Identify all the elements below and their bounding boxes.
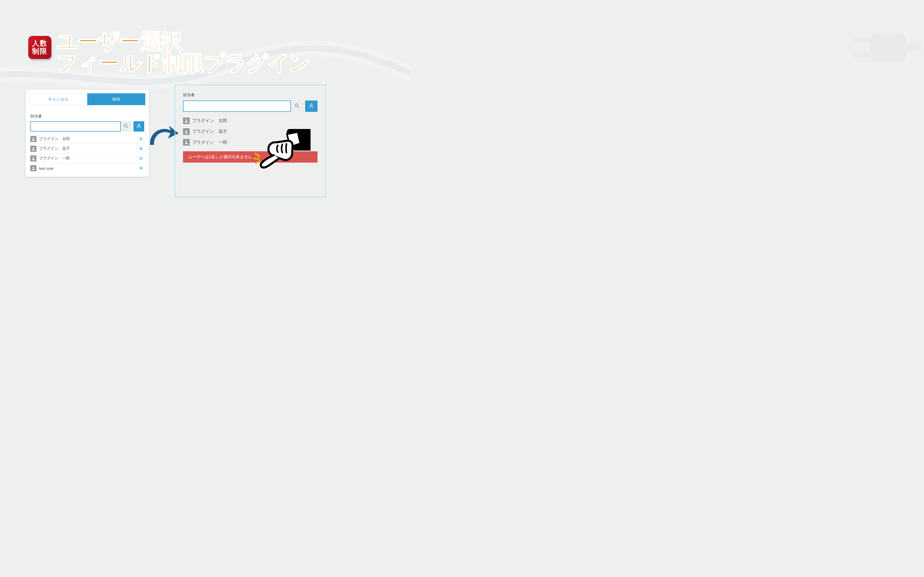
svg-point-11 <box>295 104 298 107</box>
button-row: キャンセル 保存 <box>26 93 149 109</box>
page-title-block: 人数 制限 ユーザー選択 フィールド制限プラグイン <box>28 31 310 74</box>
svg-point-6 <box>138 124 140 126</box>
svg-point-9 <box>32 157 34 158</box>
svg-rect-2 <box>853 52 873 58</box>
svg-point-16 <box>186 141 187 142</box>
search-icon <box>294 103 299 109</box>
search-icon <box>123 123 129 129</box>
remove-button[interactable]: ✕ <box>138 136 144 142</box>
svg-point-15 <box>186 130 187 131</box>
page-title: ユーザー選択 フィールド制限プラグイン <box>57 31 310 74</box>
user-picker-button-left[interactable] <box>134 121 144 132</box>
title-line2: フィールド制限プラグイン <box>57 52 310 74</box>
svg-rect-1 <box>853 37 873 43</box>
badge-line1: 人数 <box>32 39 47 47</box>
user-row: プラグイン 一郎✕ <box>30 154 144 163</box>
search-input-left[interactable] <box>30 121 121 132</box>
avatar-icon <box>183 128 190 135</box>
error-banner: ユーザーは2名しか選択出来ません <box>183 151 318 163</box>
user-name: プラグイン 花子 <box>192 129 227 134</box>
user-name: プラグイン 花子 <box>39 146 70 151</box>
user-picker-button-right[interactable] <box>305 100 318 112</box>
avatar-icon <box>30 146 36 152</box>
svg-point-14 <box>186 119 187 121</box>
user-name: test user <box>39 166 54 171</box>
cancel-button[interactable]: キャンセル <box>29 93 87 105</box>
remove-button[interactable]: ✕ <box>138 146 144 152</box>
title-line1: ユーザー選択 <box>57 31 310 52</box>
remove-button[interactable]: ✕ <box>138 155 144 161</box>
svg-point-13 <box>310 104 312 106</box>
avatar-icon <box>183 118 190 124</box>
left-panel: キャンセル 保存 担当者 プラグイン 太郎✕プラグイン 花子✕プラグイン 一郎✕… <box>26 90 149 177</box>
search-input-right[interactable] <box>183 100 291 112</box>
save-button[interactable]: 保存 <box>87 93 145 105</box>
search-row-left <box>26 121 149 134</box>
user-name: プラグイン 一郎 <box>39 156 70 161</box>
user-name: プラグイン 一郎 <box>192 140 227 145</box>
avatar-icon <box>183 139 190 146</box>
svg-rect-3 <box>903 44 921 51</box>
svg-point-7 <box>32 137 34 139</box>
avatar-icon <box>30 136 36 142</box>
user-row: プラグイン 太郎 <box>183 115 318 126</box>
user-row: プラグイン 花子 <box>183 126 318 137</box>
avatar-icon <box>30 165 36 171</box>
search-row-right <box>183 100 318 115</box>
user-row: test user✕ <box>30 163 144 173</box>
user-row: プラグイン 花子✕ <box>30 144 144 154</box>
svg-point-8 <box>32 147 34 148</box>
user-row: プラグイン 一郎 <box>183 137 318 148</box>
user-picker-icon <box>136 123 142 130</box>
user-picker-icon <box>309 103 314 110</box>
field-label-right: 担当者 <box>183 93 318 100</box>
user-row: プラグイン 太郎✕ <box>30 134 144 144</box>
background-decoration <box>0 0 924 577</box>
search-button-left[interactable] <box>121 121 131 132</box>
svg-point-10 <box>32 167 34 168</box>
right-panel: 担当者 プラグイン 太郎プラグイン 花子プラグイン 一郎 ユーザーは2名しか選択… <box>174 85 326 197</box>
badge-line2: 制限 <box>32 47 47 55</box>
avatar-icon <box>30 155 36 161</box>
user-list-right: プラグイン 太郎プラグイン 花子プラグイン 一郎 <box>183 115 318 148</box>
user-name: プラグイン 太郎 <box>39 137 70 141</box>
user-name: プラグイン 太郎 <box>192 118 227 124</box>
svg-line-12 <box>298 106 299 108</box>
remove-button[interactable]: ✕ <box>138 165 144 171</box>
field-label-left: 担当者 <box>26 109 149 121</box>
search-button-right[interactable] <box>291 100 303 112</box>
user-list-left: プラグイン 太郎✕プラグイン 花子✕プラグイン 一郎✕test user✕ <box>26 134 149 173</box>
svg-line-5 <box>127 127 128 128</box>
app-badge: 人数 制限 <box>28 36 51 59</box>
svg-rect-0 <box>870 33 906 61</box>
svg-point-4 <box>124 124 127 127</box>
